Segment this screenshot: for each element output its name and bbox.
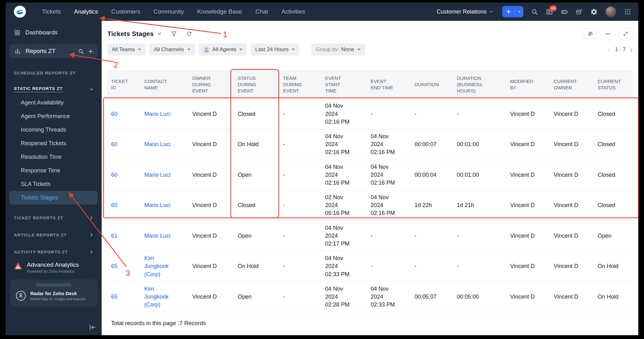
chevron-down-icon — [292, 49, 295, 51]
cell-end: 04 Nov 2024 02:16 PM — [367, 160, 411, 191]
radar-promo-card[interactable]: Radar for Zoho Desk Mobile App for insig… — [10, 279, 97, 306]
cell-duration: - — [411, 99, 453, 129]
pagination-next-icon[interactable]: › — [630, 46, 633, 53]
cell-duration: 00:00:04 — [411, 160, 453, 191]
ellipsis-icon: ••• — [605, 32, 611, 36]
cell-contact[interactable]: Mario Luci — [140, 221, 188, 252]
add-dropdown-chevron-icon[interactable] — [515, 6, 523, 17]
user-avatar[interactable] — [605, 6, 617, 17]
nav-item-tickets[interactable]: Tickets — [35, 3, 67, 21]
sidebar-item-dashboards[interactable]: Dashboards — [6, 25, 102, 40]
org-selector[interactable]: Customer Relations — [437, 9, 493, 15]
filter-all-agents[interactable]: All Agents — [199, 44, 247, 56]
filter-all-teams[interactable]: All Teams — [107, 44, 146, 56]
apps-grid-icon[interactable] — [624, 8, 631, 15]
column-header-duration-business-hours: DURATION (BUSINESS HOURS) — [453, 70, 506, 99]
sidebar-item-tickets-stages[interactable]: Tickets Stages — [9, 191, 98, 205]
group-by-filter[interactable]: Group by: None — [311, 44, 365, 56]
column-header-owner-during-event: OWNER DURING EVENT — [188, 70, 234, 99]
hide-columns-button[interactable] — [583, 28, 597, 39]
section-article-reports[interactable]: ARTICLE REPORTS ZT — [6, 231, 102, 239]
cell-team: - — [279, 190, 321, 221]
app-body: Dashboards Reports ZT + SCHEDULED REPORT… — [6, 21, 638, 335]
nav-item-analytics[interactable]: Analytics — [67, 3, 104, 21]
settings-gear-icon[interactable] — [590, 8, 598, 15]
table-body: 60Mario LuciVincent DClosed-04 Nov 2024 … — [107, 99, 633, 312]
filter-last-24-hours[interactable]: Last 24 Hours — [251, 44, 299, 56]
filter-all-channels[interactable]: All Channels — [149, 44, 194, 56]
cell-ticket-id[interactable]: 65 — [107, 251, 140, 282]
cell-ticket-id[interactable]: 60 — [107, 99, 140, 129]
advanced-analytics-title: Advanced Analytics — [27, 261, 79, 268]
search-icon[interactable] — [531, 8, 538, 15]
chevron-right-icon — [89, 215, 94, 220]
cell-start: 02 Nov 2024 05:16 PM — [321, 190, 367, 221]
filter-funnel-icon[interactable] — [171, 31, 177, 37]
section-scheduled-reports[interactable]: SCHEDULED REPORTS ZT — [14, 71, 93, 75]
nav-item-activities[interactable]: Activities — [275, 3, 312, 21]
cell-end: 04 Nov 2024 02:33 PM — [367, 282, 411, 312]
table-row: 65Kim Jungkook (Corp)Vincent DOpen-04 No… — [107, 282, 633, 312]
nav-item-chat[interactable]: Chat — [249, 3, 275, 21]
refresh-icon[interactable] — [186, 31, 192, 37]
eye-off-icon — [587, 31, 593, 37]
cell-ticket-id[interactable]: 61 — [107, 221, 140, 252]
reports-zt-label: Reports ZT — [26, 48, 56, 55]
cell-ticket-id[interactable]: 65 — [107, 282, 140, 312]
filter-bar: All TeamsAll ChannelsAll AgentsLast 24 H… — [102, 44, 638, 56]
collapse-sidebar-icon[interactable] — [88, 323, 97, 331]
cell-contact[interactable]: Mario Luci — [140, 190, 188, 221]
cell-contact[interactable]: Mario Luci — [140, 160, 188, 191]
sidebar-item-sla-tickets[interactable]: SLA Tickets — [9, 177, 98, 191]
cell-contact[interactable]: Mario Luci — [140, 129, 188, 160]
cell-start: 04 Nov 2024 02:33 PM — [321, 251, 367, 282]
chevron-down-icon — [357, 49, 361, 51]
cell-contact[interactable]: Kim Jungkook (Corp) — [140, 282, 188, 312]
screenshot-canvas: TicketsAnalyticsCustomersCommunityKnowle… — [0, 0, 644, 339]
cell-contact[interactable]: Mario Luci — [140, 99, 188, 129]
pagination-prev-icon[interactable]: ‹ — [608, 46, 611, 53]
dashboards-grid-icon — [14, 29, 21, 36]
expand-button[interactable] — [619, 28, 633, 39]
dashboards-label: Dashboards — [25, 29, 57, 36]
cell-team: - — [279, 99, 321, 129]
sidebar-item-reports-zt[interactable]: Reports ZT + — [9, 44, 98, 58]
games-icon[interactable] — [561, 8, 568, 15]
column-header-contact-name: CONTACT NAME — [140, 70, 188, 99]
cell-duration-bh: 00:01:00 — [453, 160, 506, 191]
add-report-icon[interactable]: + — [88, 48, 93, 54]
section-ticket-reports[interactable]: TICKET REPORTS ZT — [6, 214, 102, 222]
sidebar-item-resolution-time[interactable]: Resolution Time — [9, 150, 98, 164]
report-search-icon[interactable] — [78, 48, 84, 54]
advanced-analytics-link[interactable]: Advanced Analytics Powered by Zoho Analy… — [13, 261, 94, 274]
sidebar: Dashboards Reports ZT + SCHEDULED REPORT… — [6, 21, 102, 335]
cell-current-owner: Vincent D — [550, 282, 594, 312]
report-toolbar: ••• — [583, 28, 633, 39]
nav-item-knowledge-base[interactable]: Knowledge Base — [190, 3, 249, 21]
cell-status: On Hold — [234, 129, 279, 160]
cell-end: - — [367, 251, 411, 282]
zoho-desk-logo-icon[interactable] — [14, 6, 26, 18]
report-selector[interactable]: Tickets Stages — [107, 30, 162, 38]
cell-ticket-id[interactable]: 60 — [107, 129, 140, 160]
sidebar-item-agent-performance[interactable]: Agent Performance — [9, 110, 98, 123]
sidebar-item-reopened-tickets[interactable]: Reopened Tickets — [9, 137, 98, 150]
section-activity-reports[interactable]: ACTIVITY REPORTS ZT — [6, 248, 102, 256]
marketplace-icon[interactable] — [575, 8, 583, 15]
radar-card-illustration — [36, 283, 71, 287]
sidebar-item-agent-availability[interactable]: Agent Availability — [9, 96, 98, 110]
table-row: 61Mario LuciVincent DOpen-04 Nov 2024 02… — [107, 221, 633, 252]
add-button[interactable]: + — [502, 6, 523, 17]
cell-ticket-id[interactable]: 60 — [107, 190, 140, 221]
section-static-reports[interactable]: STATIC REPORTS ZT — [6, 85, 102, 93]
sidebar-item-response-time[interactable]: Response Time — [9, 164, 98, 177]
nav-item-community[interactable]: Community — [147, 3, 190, 21]
notifications-icon-wrap[interactable]: 44 — [546, 8, 553, 15]
nav-item-customers[interactable]: Customers — [105, 3, 147, 21]
cell-status: Open — [234, 282, 279, 312]
cell-ticket-id[interactable]: 60 — [107, 160, 140, 191]
cell-contact[interactable]: Kim Jungkook (Corp) — [140, 251, 188, 282]
cell-duration-bh: 00:01:00 — [453, 129, 506, 160]
more-options-button[interactable]: ••• — [601, 28, 615, 39]
sidebar-item-incoming-threads[interactable]: Incoming Threads — [9, 123, 98, 137]
